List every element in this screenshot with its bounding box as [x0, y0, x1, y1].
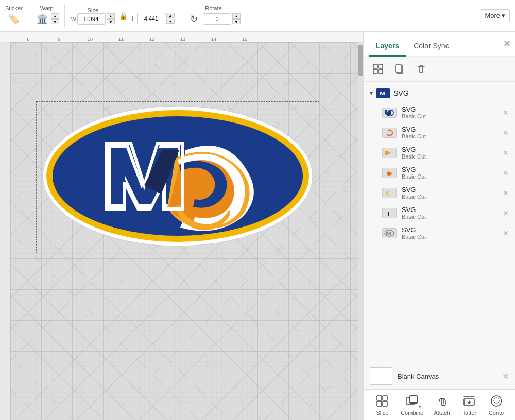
layer-item-1[interactable]: SVG Basic Cut ✕ [364, 102, 515, 122]
panel-group-icon[interactable] [370, 61, 386, 77]
lock-container: 🔒 [119, 12, 128, 20]
slice-tool[interactable]: Slice [369, 392, 395, 418]
layer-item-4[interactable]: SVG Basic Cut ✕ [364, 163, 515, 183]
combine-tool[interactable]: ▾ Combine [397, 392, 427, 418]
more-button[interactable]: More ▾ [480, 9, 510, 22]
layer-item-3[interactable]: SVG Basic Cut ✕ [364, 143, 515, 163]
layer-2-info: SVG Basic Cut [402, 126, 426, 139]
attach-label: Attach [434, 410, 450, 416]
size-w-down[interactable]: ▼ [107, 19, 115, 24]
rotate-up[interactable]: ▲ [232, 13, 241, 19]
layer-1-close-icon[interactable]: ✕ [503, 109, 509, 117]
size-h-down[interactable]: ▼ [166, 19, 175, 24]
ruler-tick-11: 11 [118, 37, 124, 42]
logo-container[interactable] [41, 104, 314, 248]
flatten-icon [462, 394, 476, 408]
layer-2-sub: Basic Cut [402, 133, 426, 139]
layer-2-name: SVG [402, 126, 426, 133]
layer-5-sub: Basic Cut [402, 194, 426, 200]
ruler-corner [0, 32, 10, 42]
ruler-h-ticks: 8 9 10 11 12 13 14 15 [10, 32, 363, 42]
layer-5-info: SVG Basic Cut [402, 186, 426, 200]
layer-item-6[interactable]: SVG Basic Cut ✕ [364, 203, 515, 223]
panel-delete-icon[interactable] [413, 61, 430, 77]
layer-7-close-icon[interactable]: ✕ [503, 229, 509, 237]
canvas-area: 8 9 10 11 12 13 14 15 [0, 32, 363, 420]
layer-4-thumb [382, 168, 397, 178]
layer-item-2[interactable]: SVG Basic Cut ✕ [364, 122, 515, 143]
layer-6-info: SVG Basic Cut [402, 206, 426, 220]
grid-canvas[interactable] [10, 42, 358, 420]
size-w-label: W [71, 16, 76, 22]
group-name: SVG [393, 89, 409, 97]
size-group: Size W ▲ ▼ 🔒 H ▲ ▼ [71, 7, 180, 25]
layer-4-close-icon[interactable]: ✕ [503, 169, 509, 177]
svg-rect-16 [410, 396, 417, 403]
layer-1-sub: Basic Cut [402, 113, 426, 119]
sticker-group: Sticker 🏷️ [5, 5, 28, 27]
layer-item-5[interactable]: SVG Basic Cut ✕ [364, 183, 515, 203]
layer-1-name: SVG [402, 106, 426, 113]
ruler-tick-15: 15 [242, 37, 247, 42]
contour-tool[interactable]: Conto [484, 392, 509, 418]
more-chevron-icon: ▾ [502, 12, 505, 20]
rams-logo-svg [41, 104, 314, 248]
layer-7-sub: Basic Cut [402, 234, 426, 240]
main-toolbar: Sticker 🏷️ Warp 🏛️ ▲ ▼ Size W [0, 0, 515, 32]
warp-down-arrow[interactable]: ▼ [51, 19, 59, 24]
panel-tabs: Layers Color Sync ✕ [364, 32, 515, 57]
right-panel: Layers Color Sync ✕ [363, 32, 515, 420]
layer-6-close-icon[interactable]: ✕ [503, 209, 509, 217]
svg-rect-14 [383, 401, 387, 406]
size-w-input[interactable] [77, 13, 106, 25]
scrollbar-thumb[interactable] [358, 45, 363, 76]
tab-color-sync[interactable]: Color Sync [406, 37, 456, 57]
lock-icon[interactable]: 🔒 [119, 12, 128, 20]
combine-icon: ▾ [405, 394, 419, 408]
layer-group-header[interactable]: ▾ SVG [364, 84, 515, 102]
rotate-input[interactable] [203, 13, 231, 25]
panel-close-icon[interactable]: ✕ [503, 38, 511, 49]
layer-3-thumb [382, 148, 397, 158]
attach-tool[interactable]: Attach [429, 392, 455, 418]
layer-2-close-icon[interactable]: ✕ [503, 129, 509, 137]
group-thumb [376, 88, 390, 98]
size-h-arrows: ▲ ▼ [166, 13, 175, 24]
warp-icon[interactable]: 🏛️ [35, 11, 50, 27]
canvas-scrollbar[interactable] [358, 42, 363, 420]
layer-6-thumb [382, 208, 397, 218]
layer-3-close-icon[interactable]: ✕ [503, 149, 509, 157]
panel-bottom-toolbar: Slice ▾ Combine [364, 389, 515, 420]
svg-rect-12 [383, 396, 387, 400]
size-w-arrows: ▲ ▼ [107, 13, 115, 24]
svg-rect-5 [373, 69, 377, 74]
ruler-tick-9: 9 [58, 37, 60, 42]
sticker-icon[interactable]: 🏷️ [6, 11, 22, 27]
blank-canvas-label: Blank Canvas [398, 373, 439, 380]
panel-copy-icon[interactable] [391, 61, 408, 77]
warp-up-arrow[interactable]: ▲ [51, 13, 59, 19]
slice-label: Slice [376, 410, 388, 416]
layer-7-name: SVG [402, 226, 426, 234]
size-h-input[interactable] [137, 13, 165, 24]
layer-1-info: SVG Basic Cut [402, 106, 426, 119]
size-label: Size [88, 7, 98, 13]
blank-canvas-close-icon[interactable]: ✕ [502, 372, 509, 381]
svg-rect-3 [373, 64, 377, 68]
layer-4-sub: Basic Cut [402, 173, 426, 180]
rotate-icon[interactable]: ↻ [186, 11, 202, 27]
attach-icon [435, 394, 449, 408]
flatten-tool[interactable]: Flatten [456, 392, 482, 418]
size-w-up[interactable]: ▲ [107, 13, 115, 19]
size-h-up[interactable]: ▲ [166, 13, 175, 18]
layer-3-name: SVG [402, 146, 426, 153]
layer-7-info: SVG Basic Cut [402, 226, 426, 240]
layer-6-name: SVG [402, 206, 426, 214]
layer-5-close-icon[interactable]: ✕ [503, 189, 509, 197]
rotate-down[interactable]: ▼ [232, 19, 241, 24]
panel-toolbar [364, 57, 515, 82]
layer-item-7[interactable]: SVG Basic Cut ✕ [364, 223, 515, 243]
tab-layers[interactable]: Layers [369, 37, 406, 57]
svg-rect-13 [377, 401, 382, 406]
layer-5-name: SVG [402, 186, 426, 194]
